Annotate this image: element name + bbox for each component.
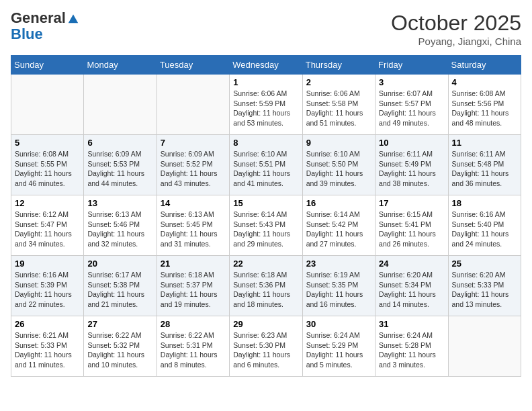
table-row: 27 Sunrise: 6:22 AMSunset: 5:32 PMDaylig… [84,316,157,377]
table-row: 2 Sunrise: 6:06 AMSunset: 5:58 PMDayligh… [302,75,375,135]
table-row: 31 Sunrise: 6:24 AMSunset: 5:28 PMDaylig… [375,316,448,377]
table-row: 22 Sunrise: 6:18 AMSunset: 5:36 PMDaylig… [230,256,302,316]
day-number: 23 [306,259,371,269]
day-number: 30 [306,319,371,329]
header-sunday: Sunday [11,56,84,75]
day-number: 20 [87,259,152,269]
table-row: 1 Sunrise: 6:06 AMSunset: 5:59 PMDayligh… [230,75,302,135]
table-row: 14 Sunrise: 6:13 AMSunset: 5:45 PMDaylig… [157,195,229,256]
day-number: 12 [15,198,80,208]
day-info: Sunrise: 6:24 AMSunset: 5:28 PMDaylight:… [379,331,436,369]
day-info: Sunrise: 6:07 AMSunset: 5:57 PMDaylight:… [379,89,436,127]
table-row: 24 Sunrise: 6:20 AMSunset: 5:34 PMDaylig… [375,256,448,316]
day-number: 26 [15,319,80,329]
day-number: 28 [161,319,226,329]
day-number: 5 [15,138,80,148]
table-row: 23 Sunrise: 6:19 AMSunset: 5:35 PMDaylig… [302,256,375,316]
day-number: 22 [233,259,298,269]
location-subtitle: Poyang, Jiangxi, China [391,36,521,47]
day-number: 29 [233,319,298,329]
logo-general: General [11,11,66,26]
table-row: 29 Sunrise: 6:23 AMSunset: 5:30 PMDaylig… [230,316,302,377]
day-info: Sunrise: 6:15 AMSunset: 5:41 PMDaylight:… [379,210,436,248]
day-number: 16 [306,198,371,208]
table-row: 5 Sunrise: 6:08 AMSunset: 5:55 PMDayligh… [11,135,84,195]
day-info: Sunrise: 6:08 AMSunset: 5:56 PMDaylight:… [452,89,509,127]
day-info: Sunrise: 6:23 AMSunset: 5:30 PMDaylight:… [233,331,290,369]
day-info: Sunrise: 6:06 AMSunset: 5:58 PMDaylight:… [306,89,363,127]
day-info: Sunrise: 6:24 AMSunset: 5:29 PMDaylight:… [306,331,363,369]
day-info: Sunrise: 6:13 AMSunset: 5:46 PMDaylight:… [87,210,144,248]
day-info: Sunrise: 6:22 AMSunset: 5:32 PMDaylight:… [87,331,144,369]
table-row [448,316,521,377]
table-row: 8 Sunrise: 6:10 AMSunset: 5:51 PMDayligh… [230,135,302,195]
day-number: 14 [161,198,226,208]
day-info: Sunrise: 6:22 AMSunset: 5:31 PMDaylight:… [161,331,218,369]
page-header: General Blue October 2025 Poyang, Jiangx… [11,11,521,47]
table-row: 3 Sunrise: 6:07 AMSunset: 5:57 PMDayligh… [375,75,448,135]
day-number: 2 [306,77,371,87]
day-info: Sunrise: 6:06 AMSunset: 5:59 PMDaylight:… [233,89,290,127]
calendar-week-row: 19 Sunrise: 6:16 AMSunset: 5:39 PMDaylig… [11,256,521,316]
day-number: 15 [233,198,298,208]
table-row: 26 Sunrise: 6:21 AMSunset: 5:33 PMDaylig… [11,316,84,377]
svg-marker-0 [69,15,78,24]
table-row: 28 Sunrise: 6:22 AMSunset: 5:31 PMDaylig… [157,316,229,377]
calendar-week-row: 12 Sunrise: 6:12 AMSunset: 5:47 PMDaylig… [11,195,521,256]
table-row: 11 Sunrise: 6:11 AMSunset: 5:48 PMDaylig… [448,135,521,195]
day-number: 10 [379,138,444,148]
day-number: 9 [306,138,371,148]
calendar-header-row: Sunday Monday Tuesday Wednesday Thursday… [11,56,521,75]
table-row: 16 Sunrise: 6:14 AMSunset: 5:42 PMDaylig… [302,195,375,256]
header-saturday: Saturday [448,56,521,75]
day-info: Sunrise: 6:16 AMSunset: 5:39 PMDaylight:… [15,271,72,308]
calendar-week-row: 26 Sunrise: 6:21 AMSunset: 5:33 PMDaylig… [11,316,521,377]
month-title: October 2025 [391,11,521,36]
table-row: 19 Sunrise: 6:16 AMSunset: 5:39 PMDaylig… [11,256,84,316]
day-info: Sunrise: 6:08 AMSunset: 5:55 PMDaylight:… [15,150,72,187]
day-number: 3 [379,77,444,87]
day-number: 13 [87,198,152,208]
day-number: 6 [87,138,152,148]
table-row: 20 Sunrise: 6:17 AMSunset: 5:38 PMDaylig… [84,256,157,316]
day-info: Sunrise: 6:13 AMSunset: 5:45 PMDaylight:… [161,210,218,248]
table-row: 6 Sunrise: 6:09 AMSunset: 5:53 PMDayligh… [84,135,157,195]
logo-blue: Blue [11,26,43,43]
day-info: Sunrise: 6:10 AMSunset: 5:50 PMDaylight:… [306,150,363,187]
day-number: 1 [233,77,298,87]
header-thursday: Thursday [302,56,375,75]
calendar-table: Sunday Monday Tuesday Wednesday Thursday… [11,55,521,377]
day-info: Sunrise: 6:09 AMSunset: 5:53 PMDaylight:… [87,150,144,187]
day-info: Sunrise: 6:17 AMSunset: 5:38 PMDaylight:… [87,271,144,308]
day-info: Sunrise: 6:14 AMSunset: 5:43 PMDaylight:… [233,210,290,248]
table-row [84,75,157,135]
day-info: Sunrise: 6:11 AMSunset: 5:49 PMDaylight:… [379,150,436,187]
day-info: Sunrise: 6:11 AMSunset: 5:48 PMDaylight:… [452,150,509,187]
day-number: 27 [87,319,152,329]
day-number: 21 [161,259,226,269]
title-block: October 2025 Poyang, Jiangxi, China [391,11,521,47]
day-info: Sunrise: 6:21 AMSunset: 5:33 PMDaylight:… [15,331,72,369]
day-info: Sunrise: 6:16 AMSunset: 5:40 PMDaylight:… [452,210,509,248]
day-number: 19 [15,259,80,269]
day-info: Sunrise: 6:20 AMSunset: 5:33 PMDaylight:… [452,271,509,308]
day-info: Sunrise: 6:10 AMSunset: 5:51 PMDaylight:… [233,150,290,187]
table-row: 17 Sunrise: 6:15 AMSunset: 5:41 PMDaylig… [375,195,448,256]
table-row: 18 Sunrise: 6:16 AMSunset: 5:40 PMDaylig… [448,195,521,256]
table-row: 25 Sunrise: 6:20 AMSunset: 5:33 PMDaylig… [448,256,521,316]
table-row: 21 Sunrise: 6:18 AMSunset: 5:37 PMDaylig… [157,256,229,316]
header-tuesday: Tuesday [157,56,229,75]
day-info: Sunrise: 6:18 AMSunset: 5:37 PMDaylight:… [161,271,218,308]
calendar-week-row: 1 Sunrise: 6:06 AMSunset: 5:59 PMDayligh… [11,75,521,135]
day-number: 8 [233,138,298,148]
table-row [11,75,84,135]
day-info: Sunrise: 6:20 AMSunset: 5:34 PMDaylight:… [379,271,436,308]
day-info: Sunrise: 6:12 AMSunset: 5:47 PMDaylight:… [15,210,72,248]
day-number: 31 [379,319,444,329]
header-monday: Monday [84,56,157,75]
day-number: 17 [379,198,444,208]
table-row: 30 Sunrise: 6:24 AMSunset: 5:29 PMDaylig… [302,316,375,377]
day-number: 4 [452,77,517,87]
day-number: 18 [452,198,517,208]
day-info: Sunrise: 6:09 AMSunset: 5:52 PMDaylight:… [161,150,218,187]
